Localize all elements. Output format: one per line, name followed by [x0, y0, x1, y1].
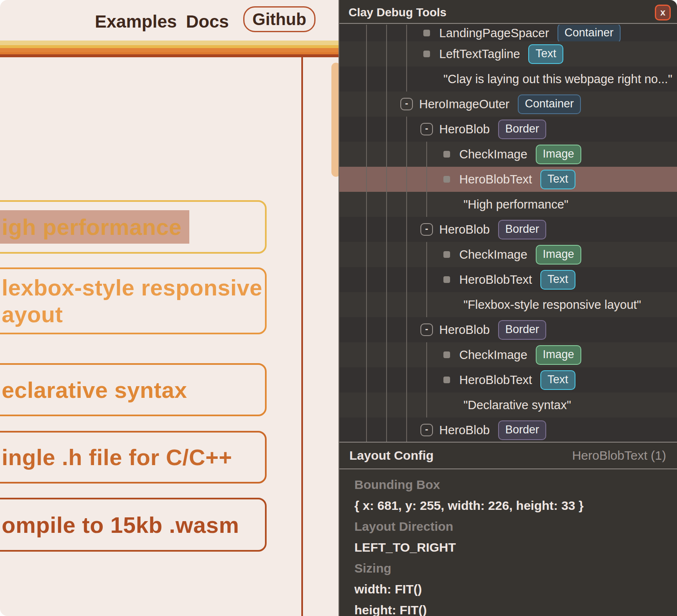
indent-guide [386, 25, 387, 442]
config-field-label: Layout Direction [354, 519, 453, 534]
layout-config-body: Bounding Box{ x: 681, y: 255, width: 226… [354, 474, 672, 616]
collapse-button[interactable]: - [400, 98, 413, 110]
divider-line [339, 468, 677, 469]
tree-node-HeroImageOuter[interactable]: -HeroImageOuterContainer [339, 92, 677, 117]
hero-feature-box: lexbox-style responsiveayout [0, 267, 267, 334]
layout-config-title: Layout Config [349, 448, 434, 463]
tree-node-icon-cell [440, 251, 453, 258]
stripe-band [0, 45, 338, 48]
badge-text: Text [540, 170, 575, 189]
tree-node-HeroBlob[interactable]: -HeroBlobBorder [339, 117, 677, 142]
config-field-value: width: FIT() [354, 582, 422, 596]
tree-node-icon-cell: - [400, 98, 413, 110]
tree-node-label: CheckImage [459, 248, 527, 262]
collapse-button[interactable]: - [420, 223, 433, 236]
tree-node-CheckImage[interactable]: CheckImageImage [339, 342, 677, 367]
hero-feature-box: igh performance [0, 200, 267, 254]
badge-image: Image [536, 345, 581, 365]
hero-feature-text: ompile to 15kb .wasm [2, 512, 265, 538]
minus-icon: - [425, 124, 428, 133]
hero-feature-box: ingle .h file for C/C++ [0, 431, 267, 484]
text-content-value: "Flexbox-style responsive layout" [463, 298, 641, 312]
leaf-bullet-icon [443, 151, 450, 158]
screenshot-stage: Examples Docs Github igh performancelexb… [0, 0, 677, 616]
text-content-value: "High performance" [463, 198, 568, 211]
hero-feature-text: eclarative syntax [2, 377, 265, 403]
tree-node-HeroBlob[interactable]: -HeroBlobBorder [339, 317, 677, 342]
page-scrollbar[interactable] [331, 63, 338, 177]
tree-text-content[interactable]: "Flexbox-style responsive layout" [339, 292, 677, 317]
tree-node-LandingPageSpacer[interactable]: LandingPageSpacerContainer [339, 25, 677, 41]
layout-config-bar: Layout Config HeroBlobText (1) [339, 443, 677, 468]
selected-element-label: HeroBlobText (1) [572, 448, 666, 463]
leaf-bullet-icon [443, 351, 450, 358]
tree-node-icon-cell [440, 377, 453, 383]
tree-node-icon-cell: - [420, 424, 433, 436]
tree-node-label: HeroBlobText [459, 373, 532, 387]
collapse-button[interactable]: - [420, 424, 433, 436]
tree-node-CheckImage[interactable]: CheckImageImage [339, 142, 677, 167]
gradient-stripe [0, 41, 338, 57]
leaf-bullet-icon [443, 377, 450, 383]
debug-panel-title: Clay Debug Tools [349, 6, 446, 19]
config-field-label: Sizing [354, 561, 391, 575]
vertical-divider [301, 57, 303, 616]
indent-guide [406, 25, 407, 92]
badge-container: Container [518, 94, 581, 114]
leaf-bullet-icon [423, 30, 430, 36]
badge-text: Text [528, 44, 563, 64]
tree-text-content[interactable]: "Clay is laying out this webpage right n… [339, 66, 677, 92]
tree-node-icon-cell: - [420, 323, 433, 336]
tree-text-content[interactable]: "High performance" [339, 192, 677, 217]
element-tree: LandingPageSpacerContainerLeftTextTaglin… [339, 25, 677, 442]
tree-node-label: HeroBlob [439, 223, 490, 237]
tree-node-icon-cell: - [420, 223, 433, 236]
tree-node-label: HeroBlob [439, 323, 490, 337]
tree-node-HeroBlob[interactable]: -HeroBlobBorder [339, 217, 677, 242]
tree-node-CheckImage[interactable]: CheckImageImage [339, 242, 677, 267]
indent-guide [426, 342, 427, 417]
indent-guide [426, 142, 427, 217]
debug-panel-header: Clay Debug Tools x [339, 0, 677, 24]
tree-node-icon-cell: - [420, 123, 433, 135]
tree-node-label: HeroBlob [439, 423, 490, 437]
stripe-band [0, 41, 338, 45]
text-content-value: "Declarative syntax" [463, 398, 571, 412]
badge-border: Border [498, 420, 546, 440]
tree-node-icon-cell [440, 151, 453, 158]
badge-border: Border [498, 220, 546, 239]
leaf-bullet-icon [423, 51, 430, 57]
badge-container: Container [557, 25, 621, 41]
config-field-label: Bounding Box [354, 478, 440, 492]
nav-link-examples[interactable]: Examples [95, 12, 177, 32]
tree-node-HeroBlob[interactable]: -HeroBlobBorder [339, 417, 677, 442]
tree-node-icon-cell [440, 351, 453, 358]
close-button[interactable]: x [655, 5, 671, 20]
tree-text-content[interactable]: "Declarative syntax" [339, 392, 677, 417]
tree-node-LeftTextTagline[interactable]: LeftTextTaglineText [339, 41, 677, 66]
tree-node-icon-cell [420, 51, 433, 57]
tree-node-icon-cell [440, 276, 453, 283]
github-button[interactable]: Github [243, 6, 316, 32]
config-field-value: LEFT_TO_RIGHT [354, 540, 456, 555]
hero-feature-text: ayout [2, 301, 265, 328]
text-content-value: "Clay is laying out this webpage right n… [443, 72, 672, 86]
hero-feature-text: igh performance [0, 210, 189, 244]
clay-debug-panel: Clay Debug Tools x LandingPageSpacerCont… [338, 0, 677, 616]
tree-node-HeroBlobText[interactable]: HeroBlobTextText [339, 367, 677, 392]
collapse-button[interactable]: - [420, 323, 433, 336]
tree-node-HeroBlobText[interactable]: HeroBlobTextText [339, 167, 677, 192]
config-field-value: height: FIT() [354, 603, 427, 616]
tree-node-label: HeroBlobText [459, 173, 532, 186]
leaf-bullet-icon [443, 276, 450, 283]
badge-border: Border [498, 120, 546, 139]
badge-image: Image [536, 145, 581, 164]
badge-text: Text [540, 270, 575, 290]
nav-link-docs[interactable]: Docs [186, 12, 229, 32]
stripe-band [0, 48, 338, 52]
tree-node-icon-cell [420, 30, 433, 36]
indent-guide [406, 117, 407, 442]
tree-node-HeroBlobText[interactable]: HeroBlobTextText [339, 267, 677, 292]
tree-node-label: HeroImageOuter [419, 97, 509, 111]
collapse-button[interactable]: - [420, 123, 433, 135]
